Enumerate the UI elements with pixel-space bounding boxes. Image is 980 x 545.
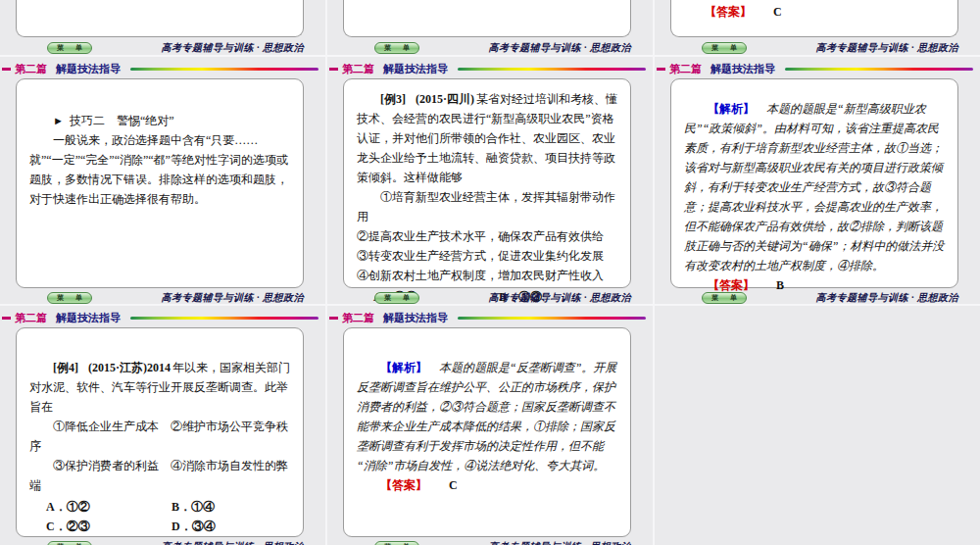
slide-footer: 菜 单 高考专题辅导与训练 · 思想政治 [343,41,631,54]
slide-thumb-top-center[interactable]: 菜 单 高考专题辅导与训练 · 思想政治 [327,0,653,55]
statement-line: ③保护消费者的利益 ④消除市场自发性的弊端 [29,456,290,495]
rainbow-rule [458,317,646,320]
section-label: 解题技法指导 [56,62,121,76]
answer-line: 【答案】C [671,0,957,21]
option-d: D．③④ [172,517,290,536]
slide-thumb-top-right[interactable]: 【答案】C 菜 单 高考专题辅导与训练 · 思想政治 [655,0,980,55]
slide-header: 第二篇 解题技法指导 [329,312,649,324]
footer-course-label: 高考专题辅导与训练 · 思想政治 [489,41,632,55]
slide-footer: 菜 单 高考专题辅导与训练 · 思想政治 [670,291,958,304]
menu-button[interactable]: 菜 单 [47,541,92,545]
section-label: 解题技法指导 [383,311,448,325]
slide-card[interactable]: [例3](2015·四川)某省对经过培训和考核、懂技术、会经营的农民进行“新型高… [343,78,631,288]
example-label: [例3] [380,92,406,106]
slide-thumb-tip[interactable]: 第二篇 解题技法指导 ►技巧二 警惕“绝对” 一般说来，政治选择题中含有“只要…… [0,57,325,304]
answer-label: 【答案】 [708,278,755,292]
rainbow-rule [130,68,318,71]
slide-card-bottom[interactable]: 【答案】C [670,0,958,37]
part-label: 第二篇 [15,311,47,325]
slide-thumb-analysis3[interactable]: 第二篇 解题技法指导 【解析】本题的题眼是“新型高级职业农民”“政策倾斜”。由材… [655,57,980,304]
answer-value: C [449,478,458,492]
answer-label: 【答案】 [380,478,427,492]
analysis-paragraph: 【解析】本题的题眼是“反垄断调查”。开展反垄断调查旨在维护公平、公正的市场秩序，… [357,358,617,475]
slide-thumb-example3[interactable]: 第二篇 解题技法指导 [例3](2015·四川)某省对经过培训和考核、懂技术、会… [327,57,653,304]
answer-label: 【答案】 [705,5,752,19]
option-c: C．②③ [46,517,172,536]
slide-thumb-analysis4[interactable]: 第二篇 解题技法指导 【解析】本题的题眼是“反垄断调查”。开展反垄断调查旨在维护… [327,306,653,545]
tip-title: ►技巧二 警惕“绝对” [29,111,290,130]
section-label: 解题技法指导 [383,62,448,76]
footer-course-label: 高考专题辅导与训练 · 思想政治 [816,291,959,305]
tip-body: 一般说来，政治选择题中含有“只要……就”“一定”“完全”“消除”“都”等绝对性字… [29,130,290,209]
footer-course-label: 高考专题辅导与训练 · 思想政治 [162,291,305,305]
analysis-paragraph: 【解析】本题的题眼是“新型高级职业农民”“政策倾斜”。由材料可知，该省注重提高农… [684,99,945,275]
slide-header: 第二篇 解题技法指导 [2,63,321,75]
slide-thumb-top-left[interactable]: 菜 单 高考专题辅导与训练 · 思想政治 [0,0,325,55]
menu-button[interactable]: 菜 单 [47,42,92,54]
slide-card[interactable]: 【解析】本题的题眼是“反垄断调查”。开展反垄断调查旨在维护公平、公正的市场秩序，… [343,327,631,537]
menu-button[interactable]: 菜 单 [702,42,747,54]
statement-line: ②提高农业生产技术水平，确保农产品有效供给 [357,226,617,246]
section-label: 解题技法指导 [710,62,775,76]
slide-header: 第二篇 解题技法指导 [329,63,649,75]
empty-cell [655,306,980,545]
footer-course-label: 高考专题辅导与训练 · 思想政治 [162,41,305,55]
footer-course-label: 高考专题辅导与训练 · 思想政治 [489,540,632,545]
slide-card-bottom[interactable] [16,0,304,37]
slide-footer: 菜 单 高考专题辅导与训练 · 思想政治 [670,41,958,54]
slide-footer: 菜 单 高考专题辅导与训练 · 思想政治 [16,540,304,545]
footer-course-label: 高考专题辅导与训练 · 思想政治 [816,41,959,55]
footer-course-label: 高考专题辅导与训练 · 思想政治 [489,291,632,305]
part-label: 第二篇 [342,311,374,325]
slide-header: 第二篇 解题技法指导 [657,63,976,75]
question-stem: [例4](2015·江苏)2014年以来，国家相关部门对水泥、软件、汽车等行业开… [29,358,290,417]
section-label: 解题技法指导 [56,311,121,325]
slide-card-bottom[interactable] [343,0,631,37]
statement-line: ①培育新型农业经营主体，发挥其辐射带动作用 [357,187,617,226]
rainbow-rule [458,68,646,71]
analysis-label: 【解析】 [708,102,755,116]
slide-header: 第二篇 解题技法指导 [2,312,321,324]
part-label: 第二篇 [15,62,47,76]
analysis-label: 【解析】 [380,361,427,374]
header-dash-icon [657,68,665,71]
menu-button[interactable]: 菜 单 [374,42,419,54]
footer-course-label: 高考专题辅导与训练 · 思想政治 [162,540,305,545]
slide-footer: 菜 单 高考专题辅导与训练 · 思想政治 [16,291,304,304]
example-source: (2015·四川) [416,92,474,106]
question-stem: [例3](2015·四川)某省对经过培训和考核、懂技术、会经营的农民进行“新型高… [357,89,617,187]
menu-button[interactable]: 菜 单 [374,292,419,304]
slide-card[interactable]: [例4](2015·江苏)2014年以来，国家相关部门对水泥、软件、汽车等行业开… [16,327,304,537]
option-a: A．①② [46,497,172,517]
answer-line: 【答案】C [357,475,617,495]
slide-footer: 菜 单 高考专题辅导与训练 · 思想政治 [343,540,631,545]
header-dash-icon [329,68,338,71]
header-dash-icon [2,68,11,71]
menu-button[interactable]: 菜 单 [47,292,92,304]
rainbow-rule [130,317,318,320]
menu-button[interactable]: 菜 单 [374,541,419,545]
option-list: A．①② B．①④ C．②③ D．③④ [46,497,290,536]
triangle-bullet-icon: ► [53,115,64,126]
slide-card[interactable]: ►技巧二 警惕“绝对” 一般说来，政治选择题中含有“只要……就”“一定”“完全”… [16,78,304,288]
slide-thumb-example4[interactable]: 第二篇 解题技法指导 [例4](2015·江苏)2014年以来，国家相关部门对水… [0,306,325,545]
menu-button[interactable]: 菜 单 [702,292,747,304]
statement-line: ③转变农业生产经营方式，促进农业集约化发展 ④创新农村土地产权制度，增加农民财产… [357,246,617,285]
rainbow-rule [785,68,973,71]
header-dash-icon [2,317,11,320]
slide-card[interactable]: 【解析】本题的题眼是“新型高级职业农民”“政策倾斜”。由材料可知，该省注重提高农… [670,78,958,288]
slide-footer: 菜 单 高考专题辅导与训练 · 思想政治 [16,41,304,54]
answer-value: B [776,278,784,292]
example-label: [例4] [53,361,78,374]
statement-line: ①降低企业生产成本 ②维护市场公平竞争秩序 [29,417,290,456]
option-b: B．①④ [172,497,290,517]
example-source: (2015·江苏)2014 [88,361,171,374]
part-label: 第二篇 [669,62,702,76]
part-label: 第二篇 [342,62,374,76]
header-dash-icon [329,317,338,320]
answer-value: C [773,5,782,19]
slide-sorter-grid: 菜 单 高考专题辅导与训练 · 思想政治 菜 单 高考专题辅导与训练 · 思想政… [0,0,980,545]
